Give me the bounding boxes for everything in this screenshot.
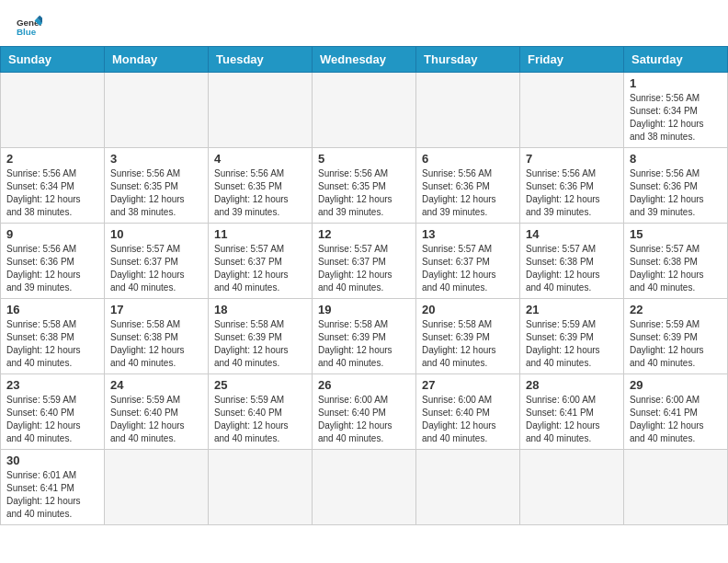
- day-info: Sunrise: 6:01 AMSunset: 6:41 PMDaylight:…: [6, 469, 98, 521]
- day-number: 7: [526, 152, 618, 166]
- weekday-header-monday: Monday: [105, 47, 209, 73]
- calendar-cell: [313, 450, 416, 525]
- calendar-cell: 14Sunrise: 5:57 AMSunset: 6:38 PMDayligh…: [520, 224, 624, 299]
- day-number: 22: [630, 303, 722, 316]
- day-info: Sunrise: 6:00 AMSunset: 6:40 PMDaylight:…: [422, 394, 514, 445]
- day-number: 12: [318, 227, 410, 241]
- day-number: 29: [630, 378, 722, 392]
- calendar-cell: 2Sunrise: 5:56 AMSunset: 6:34 PMDaylight…: [1, 148, 105, 224]
- day-number: 1: [630, 76, 722, 90]
- weekday-header-friday: Friday: [520, 47, 624, 73]
- day-info: Sunrise: 5:57 AMSunset: 6:37 PMDaylight:…: [318, 243, 410, 294]
- calendar-week-0: 1Sunrise: 5:56 AMSunset: 6:34 PMDaylight…: [1, 73, 728, 148]
- calendar-cell: [1, 73, 105, 148]
- calendar-cell: [624, 450, 728, 525]
- calendar-cell: 18Sunrise: 5:58 AMSunset: 6:39 PMDayligh…: [209, 299, 313, 374]
- day-info: Sunrise: 5:56 AMSunset: 6:35 PMDaylight:…: [318, 167, 410, 219]
- day-info: Sunrise: 5:56 AMSunset: 6:36 PMDaylight:…: [422, 167, 514, 219]
- day-info: Sunrise: 6:00 AMSunset: 6:41 PMDaylight:…: [526, 394, 618, 445]
- calendar-cell: 9Sunrise: 5:56 AMSunset: 6:36 PMDaylight…: [1, 224, 105, 299]
- day-number: 11: [214, 227, 306, 241]
- day-number: 25: [214, 378, 306, 392]
- day-number: 9: [6, 227, 98, 241]
- calendar-cell: 1Sunrise: 5:56 AMSunset: 6:34 PMDaylight…: [624, 73, 728, 148]
- day-number: 6: [422, 152, 514, 166]
- day-info: Sunrise: 5:56 AMSunset: 6:36 PMDaylight:…: [526, 167, 618, 219]
- calendar-cell: 10Sunrise: 5:57 AMSunset: 6:37 PMDayligh…: [105, 224, 209, 299]
- calendar-header: SundayMondayTuesdayWednesdayThursdayFrid…: [1, 47, 728, 73]
- weekday-header-sunday: Sunday: [1, 47, 105, 73]
- calendar-week-2: 9Sunrise: 5:56 AMSunset: 6:36 PMDaylight…: [1, 224, 728, 299]
- calendar-cell: 13Sunrise: 5:57 AMSunset: 6:37 PMDayligh…: [416, 224, 520, 299]
- page-header: General Blue: [0, 0, 728, 46]
- calendar-cell: 26Sunrise: 6:00 AMSunset: 6:40 PMDayligh…: [313, 374, 416, 450]
- calendar-cell: 20Sunrise: 5:58 AMSunset: 6:39 PMDayligh…: [416, 299, 520, 374]
- day-info: Sunrise: 5:59 AMSunset: 6:39 PMDaylight:…: [526, 318, 618, 370]
- day-info: Sunrise: 5:57 AMSunset: 6:37 PMDaylight:…: [214, 243, 306, 294]
- calendar-cell: [313, 73, 416, 148]
- day-number: 20: [422, 303, 514, 316]
- calendar-table: SundayMondayTuesdayWednesdayThursdayFrid…: [0, 46, 728, 525]
- weekday-header-saturday: Saturday: [624, 47, 728, 73]
- day-info: Sunrise: 6:00 AMSunset: 6:41 PMDaylight:…: [630, 394, 722, 445]
- weekday-header-wednesday: Wednesday: [313, 47, 416, 73]
- day-info: Sunrise: 5:58 AMSunset: 6:39 PMDaylight:…: [318, 318, 410, 370]
- calendar-cell: 11Sunrise: 5:57 AMSunset: 6:37 PMDayligh…: [209, 224, 313, 299]
- day-number: 17: [110, 303, 202, 316]
- calendar-cell: [209, 73, 313, 148]
- day-number: 2: [6, 152, 98, 166]
- day-info: Sunrise: 5:58 AMSunset: 6:39 PMDaylight:…: [214, 318, 306, 370]
- calendar-cell: 24Sunrise: 5:59 AMSunset: 6:40 PMDayligh…: [105, 374, 209, 450]
- logo-icon: General Blue: [17, 13, 42, 39]
- day-number: 28: [526, 378, 618, 392]
- day-number: 19: [318, 303, 410, 316]
- calendar-cell: [520, 450, 624, 525]
- day-info: Sunrise: 5:57 AMSunset: 6:38 PMDaylight:…: [630, 243, 722, 294]
- calendar-cell: 28Sunrise: 6:00 AMSunset: 6:41 PMDayligh…: [520, 374, 624, 450]
- day-info: Sunrise: 5:57 AMSunset: 6:37 PMDaylight:…: [110, 243, 202, 294]
- svg-text:Blue: Blue: [17, 27, 37, 37]
- day-info: Sunrise: 5:57 AMSunset: 6:38 PMDaylight:…: [526, 243, 618, 294]
- day-number: 5: [318, 152, 410, 166]
- calendar-cell: 15Sunrise: 5:57 AMSunset: 6:38 PMDayligh…: [624, 224, 728, 299]
- day-number: 15: [630, 227, 722, 241]
- weekday-header-tuesday: Tuesday: [209, 47, 313, 73]
- calendar-cell: 5Sunrise: 5:56 AMSunset: 6:35 PMDaylight…: [313, 148, 416, 224]
- day-number: 14: [526, 227, 618, 241]
- day-number: 23: [6, 378, 98, 392]
- day-number: 8: [630, 152, 722, 166]
- calendar-cell: 12Sunrise: 5:57 AMSunset: 6:37 PMDayligh…: [313, 224, 416, 299]
- day-number: 10: [110, 227, 202, 241]
- calendar-cell: 6Sunrise: 5:56 AMSunset: 6:36 PMDaylight…: [416, 148, 520, 224]
- day-number: 26: [318, 378, 410, 392]
- day-info: Sunrise: 5:59 AMSunset: 6:40 PMDaylight:…: [110, 394, 202, 445]
- calendar-cell: 16Sunrise: 5:58 AMSunset: 6:38 PMDayligh…: [1, 299, 105, 374]
- day-number: 21: [526, 303, 618, 316]
- day-number: 16: [6, 303, 98, 316]
- day-info: Sunrise: 5:56 AMSunset: 6:34 PMDaylight:…: [630, 92, 722, 144]
- day-number: 30: [6, 454, 98, 467]
- calendar-cell: 23Sunrise: 5:59 AMSunset: 6:40 PMDayligh…: [1, 374, 105, 450]
- calendar-cell: [209, 450, 313, 525]
- calendar-cell: 3Sunrise: 5:56 AMSunset: 6:35 PMDaylight…: [105, 148, 209, 224]
- weekday-header-thursday: Thursday: [416, 47, 520, 73]
- calendar-cell: [105, 73, 209, 148]
- day-info: Sunrise: 5:56 AMSunset: 6:35 PMDaylight:…: [214, 167, 306, 219]
- day-info: Sunrise: 5:59 AMSunset: 6:40 PMDaylight:…: [214, 394, 306, 445]
- calendar-week-5: 30Sunrise: 6:01 AMSunset: 6:41 PMDayligh…: [1, 450, 728, 525]
- logo: General Blue: [17, 13, 46, 39]
- calendar-cell: [416, 450, 520, 525]
- day-info: Sunrise: 5:58 AMSunset: 6:38 PMDaylight:…: [6, 318, 98, 370]
- day-info: Sunrise: 5:56 AMSunset: 6:34 PMDaylight:…: [6, 167, 98, 219]
- calendar-cell: 21Sunrise: 5:59 AMSunset: 6:39 PMDayligh…: [520, 299, 624, 374]
- day-info: Sunrise: 5:59 AMSunset: 6:40 PMDaylight:…: [6, 394, 98, 445]
- calendar-cell: 7Sunrise: 5:56 AMSunset: 6:36 PMDaylight…: [520, 148, 624, 224]
- day-info: Sunrise: 5:57 AMSunset: 6:37 PMDaylight:…: [422, 243, 514, 294]
- day-info: Sunrise: 6:00 AMSunset: 6:40 PMDaylight:…: [318, 394, 410, 445]
- day-info: Sunrise: 5:56 AMSunset: 6:35 PMDaylight:…: [110, 167, 202, 219]
- day-number: 13: [422, 227, 514, 241]
- calendar-cell: 27Sunrise: 6:00 AMSunset: 6:40 PMDayligh…: [416, 374, 520, 450]
- calendar-cell: 25Sunrise: 5:59 AMSunset: 6:40 PMDayligh…: [209, 374, 313, 450]
- day-number: 3: [110, 152, 202, 166]
- calendar-cell: 22Sunrise: 5:59 AMSunset: 6:39 PMDayligh…: [624, 299, 728, 374]
